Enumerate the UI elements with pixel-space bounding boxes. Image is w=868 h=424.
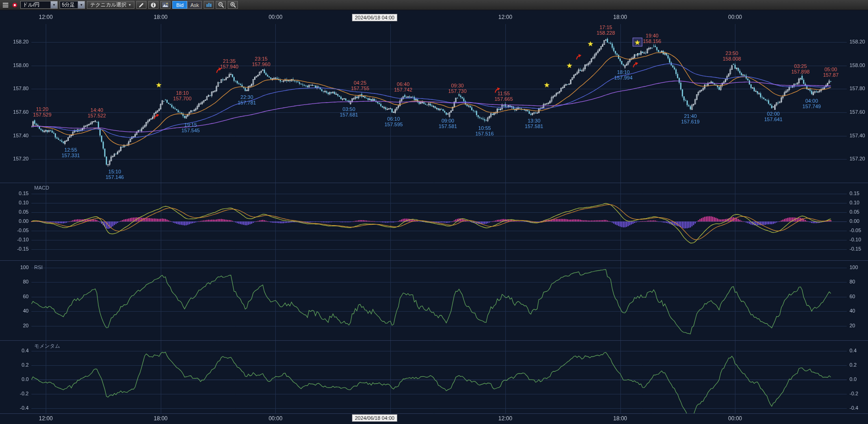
- currency-pair-select[interactable]: ドル/円 ▼: [20, 1, 58, 9]
- timeframe-select[interactable]: 5分足 ▼: [60, 1, 85, 9]
- magnifier-minus-icon: [217, 1, 225, 9]
- ask-toggle-button[interactable]: Ask: [187, 1, 202, 9]
- zoom-in-button[interactable]: [228, 1, 238, 9]
- technical-select-button[interactable]: テクニカル選択 ▼: [87, 1, 134, 9]
- chart-canvas[interactable]: [0, 0, 868, 424]
- chevron-down-icon[interactable]: ▼: [78, 1, 85, 8]
- chevron-down-icon[interactable]: ▼: [50, 1, 57, 8]
- zoom-out-button[interactable]: [216, 1, 226, 9]
- pencil-icon: [138, 1, 145, 9]
- draw-tool-button[interactable]: [136, 1, 146, 9]
- menu-icon[interactable]: [2, 1, 9, 9]
- logo-icon: [11, 1, 18, 9]
- info-icon: [150, 1, 157, 9]
- toolbar: ドル/円 ▼ 5分足 ▼ テクニカル選択 ▼ Bid: [0, 0, 868, 10]
- chart-image-button[interactable]: [160, 1, 170, 9]
- timeframe-value: 5分足: [60, 1, 78, 8]
- mountain-icon: [162, 1, 169, 9]
- bar-chart-button[interactable]: [204, 1, 214, 9]
- bid-ask-toggle: Bid Ask: [172, 1, 202, 9]
- bid-toggle-button[interactable]: Bid: [172, 1, 187, 9]
- info-button[interactable]: [148, 1, 158, 9]
- magnifier-plus-icon: [229, 1, 237, 9]
- currency-pair-value: ドル/円: [21, 1, 50, 8]
- trading-chart-window: 12:0012:0018:0018:0000:0000:0012:0012:00…: [0, 0, 868, 424]
- technical-select-label: テクニカル選択: [90, 1, 126, 8]
- bar-chart-icon: [205, 1, 212, 9]
- chevron-down-icon: ▼: [128, 3, 131, 6]
